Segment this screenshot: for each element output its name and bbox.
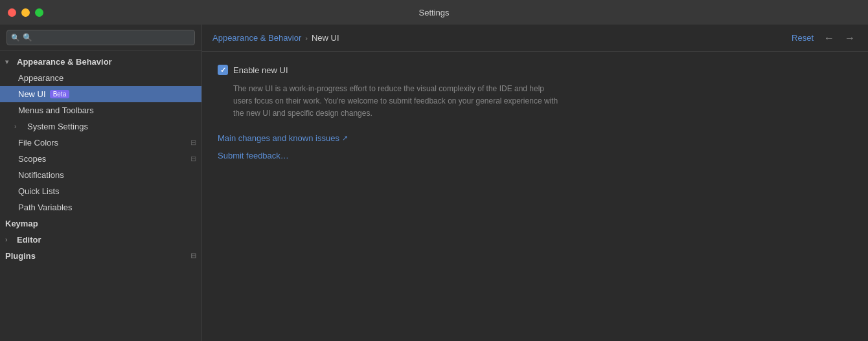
item-label-quick-lists: Quick Lists <box>18 186 60 196</box>
item-label-appearance: Appearance <box>18 73 63 83</box>
breadcrumb-parent[interactable]: Appearance & Behavior <box>212 33 301 43</box>
back-button[interactable]: ← <box>821 31 837 45</box>
sidebar-items: ▾ Appearance & Behavior Appearance New U… <box>0 51 201 341</box>
item-label-menus-toolbars: Menus and Toolbars <box>18 105 94 115</box>
beta-badge: Beta <box>50 90 70 98</box>
item-label-notifications: Notifications <box>18 170 64 180</box>
sidebar-item-new-ui[interactable]: New UI Beta <box>0 86 201 102</box>
breadcrumb: Appearance & Behavior › New UI <box>212 33 339 43</box>
sidebar-section-plugins[interactable]: Plugins ⊟ <box>0 248 201 264</box>
chevron-right-icon-editor: › <box>5 236 14 243</box>
enable-label: Enable new UI <box>233 65 288 75</box>
reset-button[interactable]: Reset <box>789 32 816 44</box>
sidebar-section-editor[interactable]: › Editor <box>0 232 201 248</box>
window-title: Settings <box>419 8 450 17</box>
sidebar-section-label: Appearance & Behavior <box>17 57 112 67</box>
main-layout: 🔍 ▾ Appearance & Behavior Appearance New… <box>0 25 868 341</box>
item-label-path-variables: Path Variables <box>18 203 73 212</box>
settings-icon-scopes: ⊟ <box>190 155 196 163</box>
submit-feedback-link[interactable]: Submit feedback… <box>218 151 852 160</box>
sidebar-item-system-settings[interactable]: › System Settings <box>0 118 201 135</box>
traffic-lights <box>8 8 43 17</box>
search-box: 🔍 <box>0 25 201 51</box>
search-icon: 🔍 <box>11 34 20 42</box>
sidebar-item-file-colors[interactable]: File Colors ⊟ <box>0 135 201 151</box>
content-body: Enable new UI The new UI is a work-in-pr… <box>202 52 868 341</box>
description-text: The new UI is a work-in-progress effort … <box>233 83 564 120</box>
forward-button[interactable]: → <box>842 31 858 45</box>
search-wrapper: 🔍 <box>6 30 195 45</box>
search-input[interactable] <box>6 30 195 45</box>
sidebar-item-path-variables[interactable]: Path Variables <box>0 199 201 215</box>
chevron-down-icon: ▾ <box>5 58 14 65</box>
settings-icon-plugins: ⊟ <box>190 252 196 260</box>
sidebar-section-appearance-behavior[interactable]: ▾ Appearance & Behavior <box>0 54 201 70</box>
item-label-scopes: Scopes <box>18 154 46 164</box>
item-label-file-colors: File Colors <box>18 138 58 148</box>
sidebar-section-keymap[interactable]: Keymap <box>0 215 201 232</box>
sidebar-item-appearance[interactable]: Appearance <box>0 70 201 86</box>
enable-row: Enable new UI <box>218 65 852 75</box>
sidebar-plugins-label: Plugins <box>5 251 36 261</box>
minimize-button[interactable] <box>21 8 30 17</box>
content-area: Appearance & Behavior › New UI Reset ← →… <box>202 25 868 341</box>
header-actions: Reset ← → <box>789 31 858 45</box>
breadcrumb-separator: › <box>305 34 308 42</box>
title-bar: Settings <box>0 0 868 25</box>
sidebar-item-quick-lists[interactable]: Quick Lists <box>0 183 201 199</box>
item-label-new-ui: New UI Beta <box>18 89 69 99</box>
sidebar: 🔍 ▾ Appearance & Behavior Appearance New… <box>0 25 202 341</box>
enable-checkbox[interactable] <box>218 65 228 75</box>
sidebar-item-notifications[interactable]: Notifications <box>0 167 201 183</box>
main-changes-link[interactable]: Main changes and known issues ↗ <box>218 133 852 143</box>
sidebar-item-menus-toolbars[interactable]: Menus and Toolbars <box>0 102 201 118</box>
close-button[interactable] <box>8 8 16 17</box>
settings-icon: ⊟ <box>190 138 196 147</box>
chevron-right-icon: › <box>14 123 23 130</box>
external-link-icon: ↗ <box>342 134 348 142</box>
item-label-system-settings: › System Settings <box>14 122 88 131</box>
breadcrumb-current: New UI <box>312 33 339 43</box>
maximize-button[interactable] <box>35 8 43 17</box>
sidebar-editor-label: Editor <box>17 235 41 245</box>
content-header: Appearance & Behavior › New UI Reset ← → <box>202 25 868 52</box>
sidebar-item-scopes[interactable]: Scopes ⊟ <box>0 151 201 167</box>
sidebar-keymap-label: Keymap <box>5 219 38 228</box>
